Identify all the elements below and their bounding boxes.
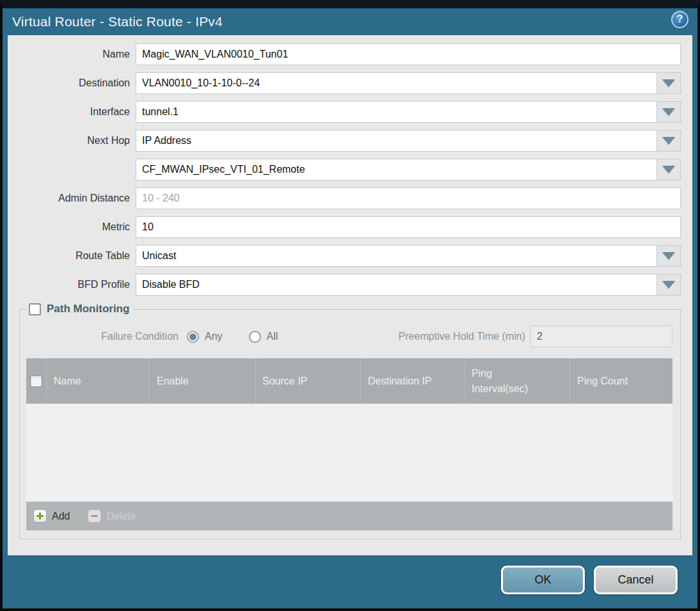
chevron-down-icon [662, 252, 675, 260]
preemptive-hold-time-label: Preemptive Hold Time (min) [399, 331, 525, 342]
table-header-row: Name Enable Source IP Destination IP Pin… [26, 358, 672, 404]
chevron-down-icon [662, 137, 675, 145]
static-route-dialog: Virtual Router - Static Route - IPv4 Nam… [0, 0, 700, 611]
field-row-next-hop: Next Hop [19, 130, 681, 152]
path-monitoring-legend: Path Monitoring [26, 303, 134, 315]
next-hop-address-input[interactable] [136, 159, 657, 180]
destination-input[interactable] [136, 72, 657, 94]
path-monitoring-title: Path Monitoring [47, 303, 129, 315]
failure-condition-all-radio[interactable] [249, 331, 261, 343]
cancel-button[interactable]: Cancel [594, 566, 678, 594]
delete-button[interactable]: Delete [88, 509, 136, 523]
help-icon[interactable] [671, 11, 688, 28]
dialog-body: Name Destination Interface [8, 35, 692, 555]
preemptive-hold-time-field: Preemptive Hold Time (min) [399, 326, 672, 347]
table-body-empty [26, 404, 672, 502]
field-row-name: Name [19, 44, 681, 65]
next-hop-address-dropdown-trigger[interactable] [656, 159, 681, 180]
path-monitoring-checkbox[interactable] [29, 303, 41, 315]
path-monitoring-section: Path Monitoring Failure Condition Any Al… [19, 303, 681, 539]
field-row-metric: Metric [19, 216, 681, 238]
table-action-bar: Add Delete [26, 502, 672, 530]
admin-distance-input[interactable] [136, 187, 681, 209]
table-header-ping-interval[interactable]: Ping Interval(sec) [465, 358, 570, 404]
column-label: Ping Count [577, 374, 628, 388]
add-button[interactable]: Add [33, 509, 70, 523]
field-row-destination: Destination [19, 72, 681, 94]
admin-distance-label: Admin Distance [19, 193, 136, 204]
field-row-interface: Interface [19, 101, 681, 123]
next-hop-label: Next Hop [19, 135, 136, 147]
chevron-down-icon [662, 166, 675, 173]
table-header-enable[interactable]: Enable [150, 358, 255, 404]
column-label: Destination IP [368, 374, 432, 388]
bfd-profile-label: BFD Profile [19, 279, 136, 290]
next-hop-type-input[interactable] [136, 130, 657, 152]
field-row-route-table: Route Table [19, 245, 681, 267]
destination-dropdown-trigger[interactable] [656, 72, 681, 94]
path-monitoring-table: Name Enable Source IP Destination IP Pin… [26, 358, 672, 530]
metric-input[interactable] [136, 216, 681, 238]
field-row-admin-distance: Admin Distance [19, 187, 681, 209]
interface-input[interactable] [136, 101, 657, 123]
table-header-source-ip[interactable]: Source IP [255, 358, 361, 404]
failure-condition-all-label: All [267, 331, 278, 342]
bfd-profile-dropdown-trigger[interactable] [656, 274, 681, 296]
bfd-profile-input[interactable] [136, 274, 657, 296]
column-label: Name [54, 374, 81, 388]
minus-icon [88, 509, 101, 523]
chevron-down-icon [662, 79, 675, 87]
name-input[interactable] [136, 44, 681, 65]
delete-button-label: Delete [106, 511, 136, 522]
route-table-input[interactable] [136, 245, 657, 267]
column-label: Ping Interval(sec) [472, 366, 543, 395]
route-table-label: Route Table [19, 250, 136, 262]
table-header-select-cell [26, 358, 47, 404]
table-header-name[interactable]: Name [47, 358, 150, 404]
name-label: Name [19, 49, 136, 60]
preemptive-hold-time-input[interactable] [530, 326, 672, 347]
destination-label: Destination [19, 77, 136, 89]
interface-dropdown-trigger[interactable] [656, 101, 681, 123]
field-row-next-hop-address [19, 159, 681, 180]
chevron-down-icon [662, 281, 675, 289]
add-button-label: Add [52, 511, 70, 522]
dialog-footer: OK Cancel [3, 555, 697, 608]
chevron-down-icon [662, 108, 675, 116]
field-row-bfd-profile: BFD Profile [19, 274, 681, 296]
table-header-destination-ip[interactable]: Destination IP [361, 358, 465, 404]
failure-condition-any-label: Any [205, 331, 223, 342]
dialog-title: Virtual Router - Static Route - IPv4 [12, 14, 223, 29]
metric-label: Metric [19, 221, 136, 233]
next-hop-dropdown-trigger[interactable] [656, 130, 681, 152]
table-header-ping-count[interactable]: Ping Count [570, 358, 672, 404]
route-table-dropdown-trigger[interactable] [656, 245, 681, 267]
failure-condition-any-radio[interactable] [187, 331, 199, 343]
select-all-checkbox[interactable] [30, 375, 42, 387]
failure-condition-label: Failure Condition [101, 331, 179, 342]
path-monitoring-controls: Failure Condition Any All Preemptive Hol… [26, 326, 672, 347]
ok-button[interactable]: OK [501, 566, 585, 594]
plus-icon [33, 509, 47, 523]
column-label: Enable [157, 374, 189, 388]
interface-label: Interface [19, 106, 136, 118]
column-label: Source IP [262, 374, 307, 388]
dialog-titlebar: Virtual Router - Static Route - IPv4 [3, 8, 697, 35]
